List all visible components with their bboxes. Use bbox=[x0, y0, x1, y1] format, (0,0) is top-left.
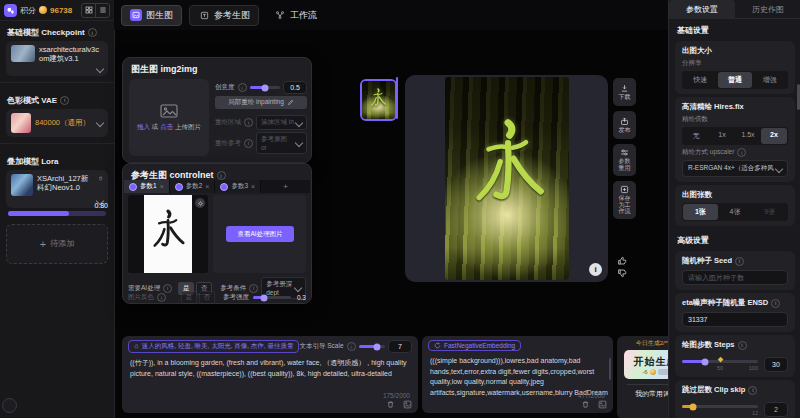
invert-no-button[interactable]: 否 bbox=[199, 291, 215, 304]
trash-icon[interactable] bbox=[581, 400, 590, 409]
count-4[interactable]: 4张 bbox=[718, 204, 753, 220]
trash-icon[interactable] bbox=[98, 174, 103, 183]
negative-scrollbar[interactable] bbox=[609, 358, 611, 380]
publish-button[interactable]: 发布 bbox=[613, 111, 636, 139]
tab-history[interactable]: 历史作图 bbox=[735, 0, 800, 19]
tab-workflow[interactable]: 工作流 bbox=[266, 6, 325, 25]
tab-reference-generate[interactable]: 参考生图 bbox=[189, 5, 259, 26]
checkpoint-card[interactable]: xsarchitecturalv3com建筑v3.1 bbox=[6, 41, 108, 76]
steps-value[interactable]: 30 bbox=[764, 357, 788, 372]
help-button[interactable] bbox=[2, 398, 17, 413]
prompt-textarea[interactable]: ((竹子)), in a blooming garden, (fresh and… bbox=[128, 356, 416, 402]
image-export-icon[interactable] bbox=[598, 400, 607, 409]
param-tab-3[interactable]: 参数3 bbox=[215, 180, 261, 193]
negative-embedding-pill[interactable]: FastNegativeEmbedding bbox=[428, 340, 521, 351]
lora-name: XSArchi_127新科幻Neov1.0 bbox=[37, 174, 94, 193]
redraw-area-select[interactable]: 涂抹区域 in bbox=[256, 115, 307, 130]
download-button[interactable]: 下载 bbox=[613, 78, 636, 106]
denoise-value[interactable]: 0.5 bbox=[283, 81, 307, 94]
param-tab-2[interactable]: 参数2 bbox=[170, 180, 216, 193]
chevron-down-icon bbox=[295, 118, 303, 126]
resolution-normal[interactable]: 普通 bbox=[718, 72, 753, 88]
lora-card[interactable]: XSArchi_127新科幻Neov1.0 bbox=[6, 170, 108, 208]
image-icon bbox=[130, 9, 142, 21]
grid-view-icon[interactable] bbox=[82, 4, 95, 17]
denoise-slider[interactable] bbox=[250, 86, 281, 89]
thumbs-up-button[interactable] bbox=[617, 255, 628, 266]
upscaler-select[interactable]: R-ESRGAN 4x+（适合多种风 bbox=[682, 160, 788, 177]
close-icon[interactable] bbox=[160, 183, 164, 190]
scale-value[interactable]: 7 bbox=[388, 340, 412, 353]
invert-label: 图片反色 bbox=[128, 293, 166, 302]
ref-strength-slider[interactable] bbox=[253, 296, 291, 299]
lora-weight-slider[interactable]: 0.80 bbox=[8, 211, 106, 216]
checkpoint-expand[interactable] bbox=[11, 64, 103, 72]
save-workflow-button[interactable]: 保存为工作流 bbox=[613, 181, 636, 219]
count-9[interactable]: 9张 bbox=[752, 204, 787, 220]
multiple-2x[interactable]: 2x bbox=[761, 128, 787, 144]
redraw-ref-select[interactable]: 参考原图 or bbox=[256, 132, 307, 154]
seed-input[interactable] bbox=[682, 270, 788, 285]
app-window: 积分 96738 基础模型 Checkpoint xsarchitectural… bbox=[0, 0, 800, 418]
gear-icon[interactable] bbox=[195, 198, 205, 208]
view-ai-processed-button[interactable]: 查看AI处理图片 bbox=[226, 226, 294, 242]
close-icon[interactable] bbox=[251, 183, 255, 190]
info-icon[interactable] bbox=[60, 96, 69, 105]
trash-icon[interactable] bbox=[386, 400, 395, 409]
inpainting-button[interactable]: 局部重绘 inpainting bbox=[215, 96, 307, 109]
generated-image[interactable] bbox=[445, 77, 569, 280]
multiple-none[interactable]: 无 bbox=[683, 128, 709, 144]
multiple-1x[interactable]: 1x bbox=[709, 128, 735, 144]
info-icon[interactable] bbox=[347, 342, 356, 351]
tab-param-settings[interactable]: 参数设置 bbox=[669, 0, 735, 19]
prompt-tags-pill[interactable]: 迷人的风格, 轻盈, 唯美, 太阳光, 肖像, 杰作, 最佳质量 bbox=[128, 340, 299, 353]
thumbs-down-button[interactable] bbox=[617, 268, 628, 279]
image-info-icon[interactable]: i bbox=[589, 263, 602, 276]
resolution-fast[interactable]: 快速 bbox=[683, 72, 718, 88]
checkpoint-section-title: 基础模型 Checkpoint bbox=[0, 21, 114, 41]
info-icon[interactable] bbox=[244, 139, 253, 148]
upscaler-label: 精绘方式 upscaler bbox=[682, 148, 788, 157]
reuse-params-button[interactable]: 参数重用 bbox=[613, 144, 636, 176]
info-icon[interactable] bbox=[157, 293, 166, 302]
image-upload-dropzone[interactable]: 拖入 或 点击 上传图片 bbox=[129, 79, 209, 156]
info-icon[interactable] bbox=[737, 148, 746, 157]
ensd-input[interactable] bbox=[682, 312, 788, 327]
lora-expand[interactable] bbox=[11, 196, 103, 204]
add-lora-button[interactable]: + 待添加 bbox=[6, 224, 108, 264]
clip-value[interactable]: 2 bbox=[764, 402, 788, 417]
workflow-icon bbox=[274, 9, 286, 21]
vae-card[interactable]: 840000（通用） bbox=[6, 109, 108, 137]
thumbnail-scrollbar[interactable] bbox=[396, 77, 398, 119]
param-tab-1[interactable]: 参数1 bbox=[124, 180, 170, 193]
count-title: 出图张数 bbox=[682, 190, 788, 200]
tab-img2img[interactable]: 图生图 bbox=[121, 5, 182, 26]
app-logo-icon[interactable] bbox=[4, 4, 17, 17]
thumbnail-yong bbox=[368, 87, 388, 109]
info-icon[interactable] bbox=[244, 118, 253, 127]
info-icon[interactable] bbox=[238, 83, 247, 92]
info-icon[interactable] bbox=[771, 299, 780, 308]
multiple-15x[interactable]: 1.5x bbox=[735, 128, 761, 144]
reference-image-container[interactable] bbox=[128, 195, 208, 273]
result-thumbnail[interactable] bbox=[360, 79, 397, 121]
clip-max: 12 bbox=[752, 410, 758, 416]
resolution-enhance[interactable]: 增强 bbox=[752, 72, 787, 88]
menu-icon[interactable] bbox=[95, 4, 109, 17]
clip-slider[interactable]: 12 bbox=[682, 402, 758, 416]
add-param-tab-button[interactable] bbox=[261, 180, 310, 193]
info-icon[interactable] bbox=[217, 171, 226, 180]
steps-slider[interactable]: 50 100 bbox=[682, 357, 758, 371]
count-1[interactable]: 1张 bbox=[683, 204, 718, 220]
info-icon[interactable] bbox=[735, 257, 744, 266]
info-icon[interactable] bbox=[738, 341, 747, 350]
image-export-icon[interactable] bbox=[403, 400, 412, 409]
info-icon[interactable] bbox=[88, 28, 97, 37]
scale-slider[interactable] bbox=[359, 345, 385, 348]
close-icon[interactable] bbox=[205, 183, 209, 190]
download-icon bbox=[620, 84, 629, 93]
result-toolbar: 下载 发布 参数重用 保存为工作流 bbox=[613, 78, 636, 219]
invert-yes-button[interactable]: 是 bbox=[181, 291, 197, 304]
info-icon[interactable] bbox=[748, 386, 757, 395]
prompt-box: 迷人的风格, 轻盈, 唯美, 太阳光, 肖像, 杰作, 最佳质量 文本引导 Sc… bbox=[122, 336, 418, 413]
